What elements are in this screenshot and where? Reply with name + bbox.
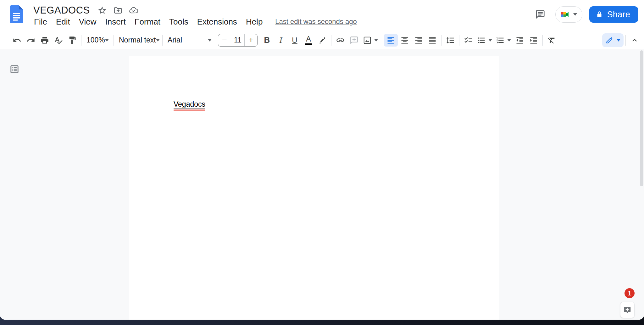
insert-link-button[interactable]	[333, 34, 347, 47]
numbered-list-caret	[507, 39, 511, 42]
zoom-value: 100%	[86, 36, 105, 44]
decrease-indent-icon	[515, 36, 524, 45]
menu-tools[interactable]: Tools	[165, 16, 193, 28]
increase-font-size-button[interactable]: +	[245, 34, 257, 46]
join-meet-button[interactable]	[555, 6, 582, 23]
numbered-list-icon	[496, 36, 505, 45]
highlighter-icon	[318, 36, 327, 45]
share-button[interactable]: Share	[589, 6, 638, 23]
menu-edit[interactable]: Edit	[52, 16, 75, 28]
print-button[interactable]	[38, 34, 52, 47]
vertical-scrollbar[interactable]	[640, 50, 643, 186]
font-size-value[interactable]: 11	[231, 34, 245, 46]
explore-button[interactable]	[620, 302, 635, 318]
document-page[interactable]: Vegadocs	[129, 56, 499, 320]
italic-button[interactable]: I	[274, 34, 288, 47]
menu-insert[interactable]: Insert	[101, 16, 130, 28]
checklist-icon	[464, 36, 473, 45]
increase-indent-button[interactable]	[527, 34, 541, 47]
chevron-up-icon	[630, 36, 639, 45]
insert-image-button[interactable]	[361, 34, 380, 47]
menu-help[interactable]: Help	[242, 16, 267, 28]
toolbar-separator	[382, 35, 382, 46]
underline-button[interactable]: U	[288, 34, 302, 47]
last-edit-link[interactable]: Last edit was seconds ago	[275, 18, 357, 26]
lock-icon	[596, 11, 603, 18]
header: VEGADOCS	[0, 0, 644, 31]
align-left-icon	[386, 36, 395, 45]
menu-extensions[interactable]: Extensions	[193, 16, 242, 28]
document-canvas: Vegadocs	[0, 50, 644, 320]
styles-select[interactable]: Normal text	[116, 34, 160, 47]
document-text[interactable]: Vegadocs	[174, 100, 205, 109]
redo-button[interactable]	[24, 34, 38, 47]
menu-file[interactable]: File	[30, 16, 52, 28]
app-window: VEGADOCS	[0, 0, 644, 320]
menu-view[interactable]: View	[75, 16, 101, 28]
pencil-icon	[605, 36, 613, 44]
bulleted-list-icon	[477, 36, 486, 45]
menu-format[interactable]: Format	[130, 16, 165, 28]
highlight-color-button[interactable]	[315, 34, 329, 47]
explore-icon	[623, 305, 632, 314]
toolbar-separator	[542, 35, 543, 46]
comment-icon	[535, 9, 545, 20]
document-text-block[interactable]: Vegadocs	[174, 100, 205, 111]
share-label: Share	[607, 10, 630, 20]
toolbar-separator	[331, 35, 331, 46]
font-value: Arial	[168, 36, 182, 44]
redo-icon	[26, 36, 35, 45]
toolbar-separator	[625, 35, 626, 46]
docs-logo-icon[interactable]	[10, 5, 23, 23]
bulleted-list-button[interactable]	[475, 34, 494, 47]
align-right-button[interactable]	[412, 34, 425, 47]
decrease-font-size-button[interactable]: −	[218, 34, 231, 46]
zoom-select[interactable]: 100%	[83, 34, 112, 47]
font-select[interactable]: Arial	[164, 34, 215, 47]
meet-dropdown-caret	[573, 13, 577, 16]
notification-badge: 1	[625, 288, 635, 298]
print-icon	[40, 36, 49, 45]
paint-format-button[interactable]	[65, 34, 79, 47]
spellcheck-underline	[174, 109, 205, 111]
editing-mode-button[interactable]	[602, 33, 624, 47]
show-outline-button[interactable]	[7, 62, 22, 77]
align-left-button[interactable]	[384, 34, 398, 47]
undo-icon	[13, 36, 21, 45]
toolbar-separator	[162, 35, 163, 46]
justify-button[interactable]	[425, 34, 439, 47]
increase-indent-icon	[529, 36, 538, 45]
spellcheck-button[interactable]	[52, 34, 65, 47]
align-right-icon	[414, 36, 423, 45]
comment-history-button[interactable]	[532, 6, 548, 23]
bulleted-list-caret	[488, 39, 492, 42]
decrease-indent-button[interactable]	[513, 34, 527, 47]
hide-menus-button[interactable]	[628, 34, 641, 47]
meet-icon	[560, 9, 570, 20]
add-comment-icon	[350, 36, 358, 45]
add-comment-button[interactable]	[347, 34, 361, 47]
toolbar-separator	[459, 35, 459, 46]
bold-icon: B	[264, 35, 270, 45]
italic-icon: I	[280, 36, 282, 45]
menu-bar: File Edit View Insert Format Tools Exten…	[30, 16, 357, 28]
editing-mode-caret	[617, 39, 620, 42]
bold-button[interactable]: B	[260, 34, 274, 47]
clear-formatting-icon	[547, 36, 556, 45]
align-center-icon	[400, 36, 409, 45]
line-spacing-button[interactable]	[443, 34, 457, 47]
zoom-caret-icon	[105, 39, 109, 42]
toolbar-separator	[441, 35, 441, 46]
toolbar: 100% Normal text Arial − 11 + B I U	[0, 31, 644, 49]
clear-formatting-button[interactable]	[545, 34, 558, 47]
document-title[interactable]: VEGADOCS	[30, 4, 94, 17]
desktop-background: VEGADOCS	[0, 0, 644, 325]
image-dropdown-caret	[374, 39, 378, 42]
align-center-button[interactable]	[398, 34, 412, 47]
undo-button[interactable]	[10, 34, 24, 47]
checklist-button[interactable]	[461, 34, 475, 47]
spellcheck-icon	[54, 36, 63, 45]
text-color-button[interactable]: A	[302, 34, 315, 47]
document-outline-icon	[9, 64, 19, 74]
numbered-list-button[interactable]	[494, 34, 513, 47]
